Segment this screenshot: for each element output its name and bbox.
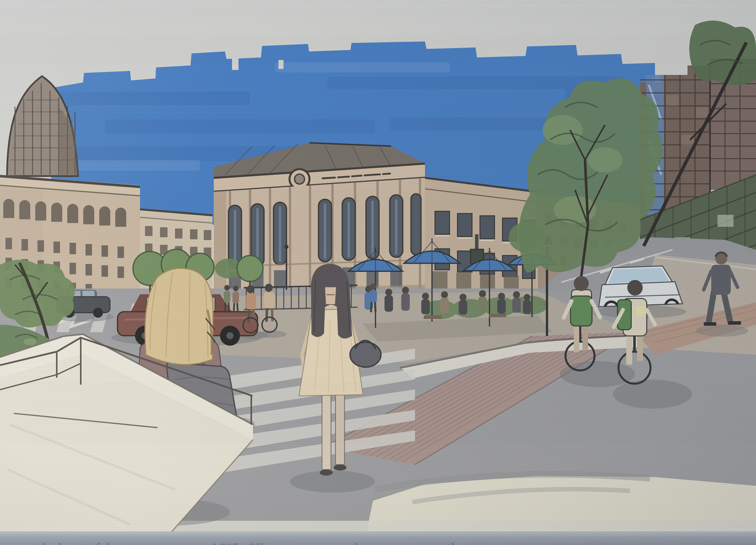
cafe-person: [385, 289, 393, 312]
photo-of-screen: ace at the heart of downtown 4,995+ SF t…: [0, 0, 756, 545]
caption-fragment: 4,995+ SF: [211, 541, 263, 545]
blonde-hair: [145, 268, 213, 364]
cafe-person: [478, 290, 487, 313]
cafe-table: [489, 314, 506, 317]
cafe-person: [421, 293, 430, 314]
caption-fragment: the: [351, 541, 367, 545]
cafe-person: [401, 287, 410, 311]
caption-fragment: ace at the heart of downtown: [3, 541, 159, 545]
illustration: [0, 0, 756, 545]
footer-caption: ace at the heart of downtown 4,995+ SF t…: [0, 532, 756, 545]
cafe-person: [497, 293, 506, 314]
cafe-person: [459, 294, 467, 315]
cafe-table: [424, 315, 441, 319]
caption-fragment: the: [447, 541, 464, 545]
cafe-person: [440, 291, 449, 313]
cafe-person: [523, 294, 531, 314]
handbag: [350, 342, 381, 367]
cafe-person: [512, 291, 521, 313]
